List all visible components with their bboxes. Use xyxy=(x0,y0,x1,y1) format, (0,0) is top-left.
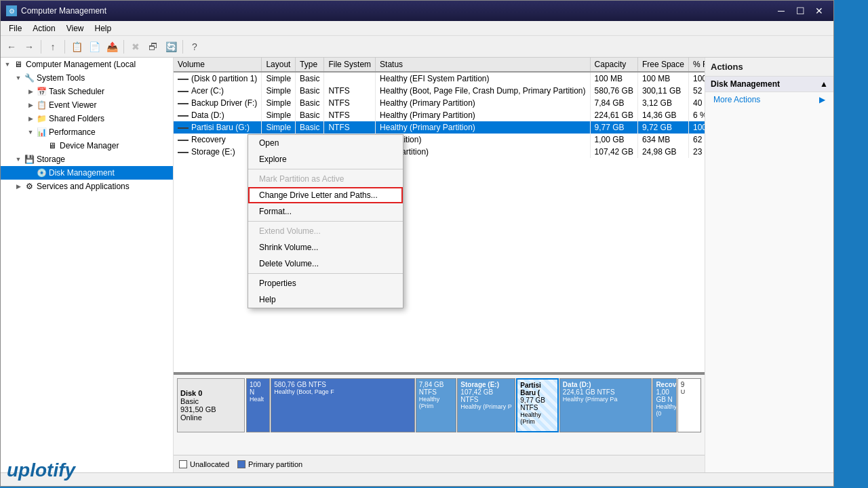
cell-6: 634 MB xyxy=(637,134,688,146)
services-expand-icon[interactable]: ▶ xyxy=(13,181,24,192)
menu-file[interactable]: File xyxy=(3,22,27,35)
partition-size: 224,61 GB NTFS xyxy=(563,388,649,396)
cell-7: 52 % xyxy=(688,85,705,97)
partition-block-0[interactable]: 100 N Healt xyxy=(246,378,270,432)
legend-primary-label: Primary partition xyxy=(248,460,302,468)
col-pct[interactable]: % Free xyxy=(688,58,705,72)
computer-icon: 🖥 xyxy=(13,59,24,70)
root-expand-icon[interactable]: ▼ xyxy=(2,59,13,70)
up-button[interactable]: ↑ xyxy=(45,39,61,55)
col-layout[interactable]: Layout xyxy=(262,58,296,72)
cell-0: Data (D:) xyxy=(174,109,262,121)
col-capacity[interactable]: Capacity xyxy=(590,58,637,72)
ctx-item-4[interactable]: Change Drive Letter and Paths... xyxy=(248,187,403,203)
col-volume[interactable]: Volume xyxy=(174,58,262,72)
col-type[interactable]: Type xyxy=(296,58,324,72)
delete-button[interactable]: ✖ xyxy=(127,39,144,55)
partition-block-5[interactable]: Data (D:) 224,61 GB NTFS Healthy (Primar… xyxy=(559,378,652,432)
refresh-button[interactable]: 🔄 xyxy=(163,39,179,55)
ctx-separator-10 xyxy=(248,273,403,274)
show-hide-button[interactable]: 📋 xyxy=(68,39,85,55)
properties-button[interactable]: 📄 xyxy=(86,39,102,55)
sidebar-item-shared-folders[interactable]: ▶ 📁 Shared Folders xyxy=(1,112,173,125)
maximize-button[interactable]: ☐ xyxy=(791,4,809,18)
row-indicator xyxy=(178,103,189,104)
col-status[interactable]: Status xyxy=(376,58,590,72)
performance-expand-icon[interactable]: ▼ xyxy=(25,127,36,138)
cell-4: Healthy (EFI System Partition) xyxy=(376,72,590,85)
back-button[interactable]: ← xyxy=(3,39,20,55)
actions-section-disk-mgmt[interactable]: Disk Management ▲ xyxy=(705,77,833,92)
context-menu: OpenExploreMark Partition as ActiveChang… xyxy=(248,134,403,308)
cell-7: 23 % xyxy=(688,146,705,158)
shared-folders-expand-icon[interactable]: ▶ xyxy=(25,113,36,124)
disk-type: Basic xyxy=(180,397,241,405)
sidebar-item-disk-management[interactable]: 💿 Disk Management xyxy=(1,166,173,180)
partition-name: Partisi Baru ( xyxy=(520,382,555,396)
sidebar-root[interactable]: ▼ 🖥 Computer Management (Local xyxy=(1,58,173,71)
ctx-item-11[interactable]: Properties xyxy=(248,275,403,291)
ctx-item-7: Extend Volume... xyxy=(248,223,403,239)
disk-view: Disk 0 Basic 931,50 GB Online 100 N Heal… xyxy=(174,373,705,455)
menu-help[interactable]: Help xyxy=(90,22,117,35)
ctx-item-12[interactable]: Help xyxy=(248,291,403,308)
partition-name: Storage (E:) xyxy=(460,381,512,388)
sidebar-item-event-viewer[interactable]: ▶ 📋 Event Viewer xyxy=(1,98,173,112)
table-row[interactable]: (Disk 0 partition 1)SimpleBasicHealthy (… xyxy=(174,72,705,85)
system-tools-label: System Tools xyxy=(37,73,85,83)
table-row[interactable]: Partisi Baru (G:)SimpleBasicNTFSHealthy … xyxy=(174,121,705,134)
cell-5: 224,61 GB xyxy=(590,109,637,121)
row-indicator xyxy=(178,152,189,153)
ctx-item-8[interactable]: Shrink Volume... xyxy=(248,239,403,256)
cell-1: Simple xyxy=(262,109,296,121)
root-label: Computer Management (Local xyxy=(26,60,136,69)
partition-block-6[interactable]: Recover 1,00 GB N Healthy (0 xyxy=(652,378,676,432)
ctx-item-5[interactable]: Format... xyxy=(248,203,403,220)
storage-icon: 💾 xyxy=(24,154,35,165)
event-viewer-expand-icon[interactable]: ▶ xyxy=(25,100,36,110)
watermark-text: uplotify xyxy=(7,460,75,481)
actions-section-label: Disk Management xyxy=(711,79,780,89)
sidebar-item-performance[interactable]: ▼ 📊 Performance xyxy=(1,125,173,139)
ctx-item-1[interactable]: Explore xyxy=(248,151,403,167)
new-window-button[interactable]: 🗗 xyxy=(145,39,161,55)
cell-4: Healthy (Primary Partition) xyxy=(376,97,590,109)
window-title: Computer Management xyxy=(21,6,772,16)
ctx-item-9[interactable]: Delete Volume... xyxy=(248,256,403,272)
toolbar-separator-3 xyxy=(123,40,124,54)
cell-2: Basic xyxy=(296,121,324,134)
close-button[interactable]: ✕ xyxy=(810,4,828,18)
minimize-button[interactable]: ─ xyxy=(772,4,790,18)
menu-action[interactable]: Action xyxy=(27,22,60,35)
forward-button[interactable]: → xyxy=(21,39,37,55)
event-viewer-icon: 📋 xyxy=(36,100,47,110)
partition-block-2[interactable]: 7,84 GB NTFS Healthy (Prim xyxy=(416,378,457,432)
actions-more[interactable]: More Actions ▶ xyxy=(705,92,833,107)
sidebar-item-device-manager[interactable]: 🖥 Device Manager xyxy=(1,139,173,152)
sidebar-item-storage[interactable]: ▼ 💾 Storage xyxy=(1,152,173,166)
menu-view[interactable]: View xyxy=(61,22,90,35)
col-fs[interactable]: File System xyxy=(324,58,376,72)
table-row[interactable]: Data (D:)SimpleBasicNTFSHealthy (Primary… xyxy=(174,109,705,121)
disk-partitions: 100 N Healt 580,76 GB NTFS Healthy (Boot… xyxy=(246,378,701,432)
system-tools-expand-icon[interactable]: ▼ xyxy=(13,73,24,83)
partition-size: 9 xyxy=(681,381,698,388)
table-row[interactable]: Backup Driver (F:)SimpleBasicNTFSHealthy… xyxy=(174,97,705,109)
sidebar-item-services[interactable]: ▶ ⚙ Services and Applications xyxy=(1,180,173,193)
export-button[interactable]: 📤 xyxy=(104,39,120,55)
col-free[interactable]: Free Space xyxy=(637,58,688,72)
actions-more-arrow: ▶ xyxy=(819,95,825,104)
ctx-item-0[interactable]: Open xyxy=(248,135,403,151)
partition-block-7[interactable]: 9 U xyxy=(677,378,701,432)
sidebar-item-system-tools[interactable]: ▼ 🔧 System Tools xyxy=(1,71,173,85)
task-scheduler-expand-icon[interactable]: ▶ xyxy=(25,86,36,97)
partition-block-1[interactable]: 580,76 GB NTFS Healthy (Boot, Page F xyxy=(271,378,414,432)
help-button[interactable]: ? xyxy=(186,39,203,55)
partition-block-3[interactable]: Storage (E:) 107,42 GB NTFS Healthy (Pri… xyxy=(457,378,515,432)
storage-expand-icon[interactable]: ▼ xyxy=(13,154,24,165)
row-indicator xyxy=(178,91,189,92)
sidebar-item-task-scheduler[interactable]: ▶ 📅 Task Scheduler xyxy=(1,85,173,98)
table-row[interactable]: Acer (C:)SimpleBasicNTFSHealthy (Boot, P… xyxy=(174,85,705,97)
partition-size: 1,00 GB N xyxy=(656,388,673,403)
partition-block-4[interactable]: Partisi Baru ( 9,77 GB NTFS Healthy (Pri… xyxy=(516,378,559,432)
